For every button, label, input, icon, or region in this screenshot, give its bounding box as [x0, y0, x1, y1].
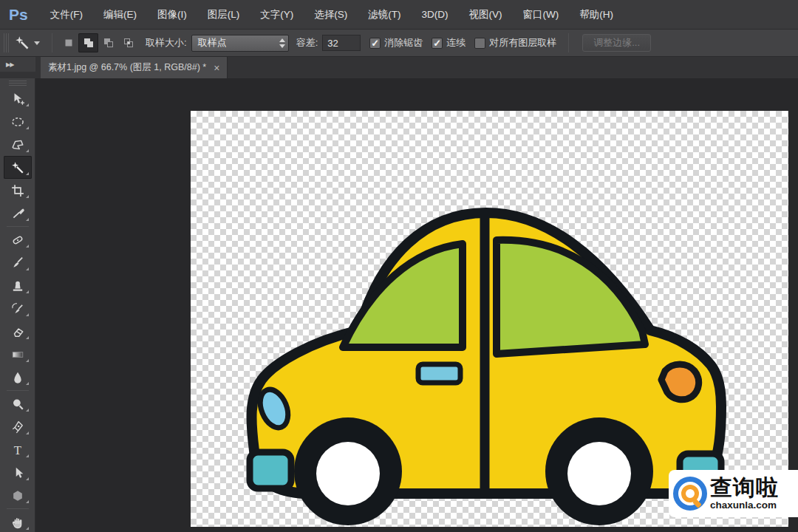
svg-text:T: T — [13, 443, 21, 457]
separator — [52, 33, 52, 52]
options-grip[interactable] — [4, 33, 9, 52]
toolbar-separator — [7, 508, 29, 509]
contiguous-checkbox[interactable]: ✓ — [432, 38, 443, 49]
menu-bar: Ps 文件(F) 编辑(E) 图像(I) 图层(L) 文字(Y) 选择(S) 滤… — [0, 0, 798, 30]
car-window-right — [497, 240, 645, 354]
subtract-from-selection-icon[interactable] — [98, 33, 118, 52]
sample-size-dropdown[interactable]: 取样点 — [191, 35, 289, 52]
brush-tool[interactable] — [4, 251, 32, 274]
car-taillight — [661, 364, 699, 400]
blur-tool[interactable] — [4, 366, 32, 389]
shape-tool[interactable] — [4, 484, 32, 507]
path-selection-tool[interactable] — [4, 461, 32, 484]
canvas-work-area: 查询啦 chaxunla.com — [35, 78, 798, 532]
menu-window[interactable]: 窗口(W) — [512, 0, 569, 30]
add-to-selection-icon[interactable] — [78, 33, 98, 52]
pen-tool[interactable] — [4, 415, 32, 438]
dropdown-stepper-icon — [279, 35, 285, 51]
contiguous-label: 连续 — [446, 36, 466, 50]
dodge-tool[interactable] — [4, 392, 32, 415]
refine-edge-button[interactable]: 调整边缘... — [582, 34, 651, 52]
document-tab[interactable]: 素材1.jpg @ 66.7% (图层 1, RGB/8#) * × — [41, 57, 228, 78]
tool-preset-caret-icon[interactable] — [34, 41, 40, 45]
menu-3d[interactable]: 3D(D) — [411, 0, 458, 30]
sample-all-layers-checkbox[interactable] — [474, 38, 485, 49]
move-tool[interactable] — [4, 87, 32, 110]
toolbar-separator — [7, 390, 29, 391]
car-front-hub — [316, 442, 380, 505]
history-brush-tool[interactable] — [4, 297, 32, 320]
menu-help[interactable]: 帮助(H) — [569, 0, 624, 30]
menu-file[interactable]: 文件(F) — [40, 0, 93, 30]
menu-view[interactable]: 视图(V) — [458, 0, 512, 30]
sample-all-layers-label: 对所有图层取样 — [489, 36, 556, 50]
document-title: 素材1.jpg @ 66.7% (图层 1, RGB/8#) * — [48, 61, 206, 74]
antialias-label: 消除锯齿 — [384, 36, 423, 50]
tools-panel: T — [0, 78, 35, 532]
car-door-handle — [418, 364, 460, 383]
watermark-title: 查询啦 — [710, 477, 779, 499]
magic-wand-icon[interactable] — [13, 34, 31, 52]
crop-tool[interactable] — [4, 179, 32, 202]
chaxunla-logo-icon — [673, 477, 707, 511]
lasso-tool[interactable] — [4, 133, 32, 156]
eyedropper-tool[interactable] — [4, 202, 32, 225]
car-rear-hub — [567, 442, 631, 505]
menu-image[interactable]: 图像(I) — [147, 0, 197, 30]
marquee-tool[interactable] — [4, 110, 32, 133]
hand-tool[interactable] — [4, 511, 32, 532]
photoshop-logo: Ps — [0, 6, 40, 24]
menu-type[interactable]: 文字(Y) — [250, 0, 304, 30]
watermark: 查询啦 chaxunla.com — [669, 470, 798, 517]
sample-size-value: 取样点 — [198, 36, 227, 50]
gradient-tool[interactable] — [4, 343, 32, 366]
clone-stamp-tool[interactable] — [4, 274, 32, 297]
sample-size-label: 取样大小: — [146, 36, 187, 50]
separator — [568, 33, 569, 52]
healing-brush-tool[interactable] — [4, 228, 32, 251]
menu-select[interactable]: 选择(S) — [304, 0, 358, 30]
antialias-checkbox[interactable]: ✓ — [369, 38, 381, 49]
type-tool[interactable]: T — [4, 438, 32, 461]
document-canvas[interactable] — [191, 111, 788, 527]
collapse-panels-icon[interactable]: ▶▶ — [0, 57, 35, 72]
menu-filter[interactable]: 滤镜(T) — [358, 0, 411, 30]
menu-layer[interactable]: 图层(L) — [197, 0, 250, 30]
close-tab-icon[interactable]: × — [214, 63, 219, 73]
toolbar-separator — [7, 226, 29, 227]
car-front-bumper — [250, 452, 291, 488]
watermark-domain: chaxunla.com — [710, 500, 779, 511]
magic-wand-tool[interactable] — [4, 156, 32, 179]
new-selection-icon[interactable] — [58, 33, 78, 52]
car-illustration — [191, 111, 788, 527]
eraser-tool[interactable] — [4, 320, 32, 343]
tolerance-input[interactable] — [322, 35, 361, 51]
intersect-selection-icon[interactable] — [118, 33, 138, 52]
toolbar-grip[interactable] — [9, 81, 27, 86]
menu-edit[interactable]: 编辑(E) — [93, 0, 147, 30]
document-tab-bar: ▶▶ 素材1.jpg @ 66.7% (图层 1, RGB/8#) * × — [0, 57, 798, 78]
tolerance-label: 容差: — [296, 36, 318, 50]
tool-options-bar: 取样大小: 取样点 容差: ✓ 消除锯齿 ✓ 连续 对所有图层取样 调整边缘..… — [0, 30, 798, 57]
